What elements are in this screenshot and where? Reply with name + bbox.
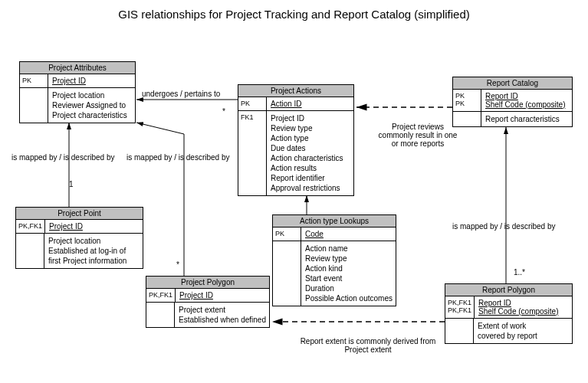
entity-header: Project Point [16,208,143,220]
pk-field: Report ID [478,299,568,307]
pk-label: PK,FK1 [16,220,45,233]
pk-label: PK [273,228,301,241]
rel-mapped-by-3: is mapped by / is described by [452,222,556,231]
attr: Extent of work [478,321,568,331]
key-spacer [16,234,44,268]
pk-label: PK [20,74,48,87]
attr: Due dates [271,143,350,153]
attr: Start event [305,273,393,283]
pk-label: PK [455,100,478,107]
rel-card-star-2: * [176,260,179,269]
entity-report-polygon: Report Polygon PK,FK1 PK,FK1 Report ID S… [445,283,573,344]
pk-label: PK,FK1 [448,299,471,306]
attr: Action kind [305,264,393,273]
entity-header: Report Catalog [453,77,572,90]
key-spacer [445,319,474,343]
diagram-title: GIS relationships for Project Tracking a… [0,8,588,21]
attr: Action name [305,244,393,254]
entity-action-type-lookups: Action type Lookups PK Code Action name … [272,214,396,306]
key-spacer [146,303,175,327]
rel-undergoes: undergoes / pertains to [142,90,220,98]
pk-label: PK [455,92,478,100]
attr: Review type [271,123,350,133]
entity-project-point: Project Point PK,FK1 Project ID Project … [15,207,143,269]
rel-extent-derived: Report extent is commonly derived from P… [291,337,445,354]
attr: Project characteristics [52,110,131,120]
pk-label: PK,FK1 [448,306,471,314]
rel-card-one: 1 [69,180,74,188]
pk-label: PK,FK1 [146,289,176,302]
entity-header: Project Polygon [146,277,269,289]
entity-header: Project Attributes [20,62,135,74]
rel-reviews-result: Project reviews commonly result in one o… [376,123,460,148]
entity-header: Action type Lookups [273,215,396,228]
attr: Project location [52,90,131,100]
pk-field: Project ID [176,289,269,302]
pk-label: PK [238,97,267,110]
entity-project-attributes: Project Attributes PK Project ID Project… [19,61,136,123]
rel-card-onemany: 1..* [514,268,525,277]
attr: Established at log-in of [48,246,139,256]
attr: Action characteristics [271,153,350,163]
rel-mapped-by-2: is mapped by / is described by [126,153,230,162]
pk-field: Shelf Code (composite) [478,307,568,316]
key-spacer [20,88,48,123]
attr: Approval restrictions [271,183,350,193]
entity-project-polygon: Project Polygon PK,FK1 Project ID Projec… [146,276,270,328]
attr: Possible Action outcomes [305,293,393,303]
rel-card-star-1: * [222,107,225,116]
attr: Action results [271,163,350,173]
attr: Established when defined [179,315,266,325]
attr: Reviewer Assigned to [52,100,131,110]
attr: Project ID [271,113,350,123]
pk-field: Action ID [267,97,353,110]
pk-field: Code [301,228,396,241]
attr: Duration [305,283,393,293]
entity-header: Report Polygon [445,284,572,296]
attr: Report characteristics [485,114,568,124]
attr: Report identifier [271,173,350,183]
rel-mapped-by-1: is mapped by / is described by [11,153,115,162]
attr: Project location [48,236,139,246]
attr: Project extent [179,305,266,315]
key-spacer [273,241,301,306]
pk-field: Project ID [48,74,135,87]
fk-label: FK1 [238,111,267,195]
entity-header: Project Actions [238,85,353,97]
attr: covered by report [478,331,568,341]
entity-project-actions: Project Actions PK Action ID FK1 Project… [238,84,354,196]
pk-field: Project ID [45,220,143,233]
pk-field: Report ID [485,92,568,100]
attr: Review type [305,254,393,264]
attr: first Project information [48,256,139,266]
pk-field: Shelf Code (composite) [485,100,568,109]
entity-report-catalog: Report Catalog PK PK Report ID Shelf Cod… [452,77,573,127]
attr: Action type [271,133,350,143]
